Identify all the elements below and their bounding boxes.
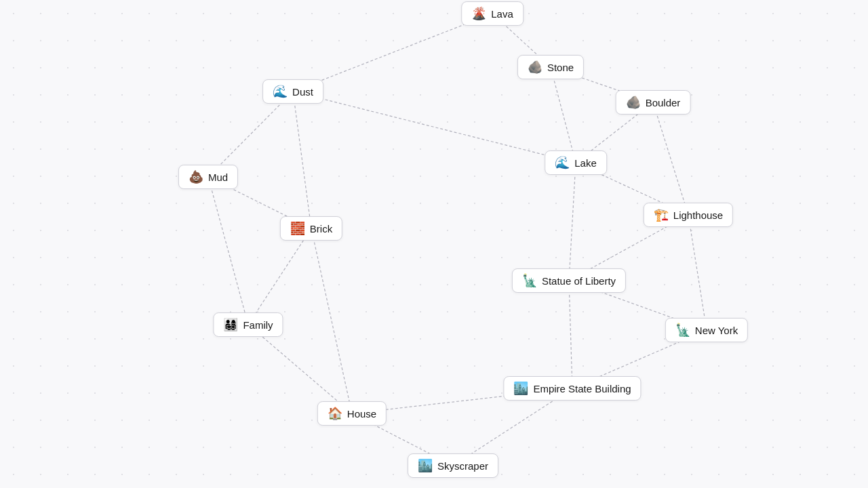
node-skyscraper[interactable]: 🏙️Skyscraper <box>408 453 498 478</box>
svg-line-14 <box>311 228 352 413</box>
node-lava[interactable]: 🌋Lava <box>461 1 524 26</box>
node-label-stone: Stone <box>547 62 574 73</box>
node-statue_liberty[interactable]: 🗽Statue of Liberty <box>512 268 626 293</box>
node-icon-lake: 🌊 <box>555 157 570 169</box>
node-icon-family: 👨‍👩‍👧‍👦 <box>223 319 238 331</box>
node-label-boulder: Boulder <box>646 97 681 108</box>
node-dust[interactable]: 🌊Dust <box>262 79 323 104</box>
node-label-lighthouse: Lighthouse <box>673 209 723 221</box>
node-mud[interactable]: 💩Mud <box>178 165 238 189</box>
svg-line-3 <box>551 67 576 163</box>
node-icon-empire_state: 🏙️ <box>513 382 528 394</box>
node-icon-lava: 🌋 <box>471 7 486 20</box>
svg-line-13 <box>248 228 311 325</box>
node-icon-new_york: 🗽 <box>675 324 690 336</box>
node-label-new_york: New York <box>695 325 738 336</box>
svg-line-18 <box>569 281 572 388</box>
svg-line-7 <box>293 92 311 228</box>
node-icon-mud: 💩 <box>189 171 203 183</box>
node-stone[interactable]: 🪨Stone <box>517 55 584 79</box>
edges-svg <box>0 0 868 488</box>
node-label-house: House <box>347 408 376 420</box>
node-icon-skyscraper: 🏙️ <box>418 460 433 472</box>
node-label-statue_liberty: Statue of Liberty <box>542 275 616 287</box>
svg-line-5 <box>653 102 688 215</box>
node-house[interactable]: 🏠House <box>317 401 387 426</box>
svg-line-16 <box>688 215 707 330</box>
svg-line-1 <box>293 14 492 92</box>
node-icon-brick: 🧱 <box>290 222 305 235</box>
node-icon-statue_liberty: 🗽 <box>522 274 537 287</box>
node-family[interactable]: 👨‍👩‍👧‍👦Family <box>213 312 283 337</box>
node-icon-house: 🏠 <box>328 407 342 420</box>
node-label-family: Family <box>243 319 273 331</box>
node-label-mud: Mud <box>208 171 228 183</box>
svg-line-10 <box>569 163 576 281</box>
node-boulder[interactable]: 🪨Boulder <box>616 90 691 115</box>
node-brick[interactable]: 🧱Brick <box>280 216 342 241</box>
node-label-empire_state: Empire State Building <box>533 383 631 394</box>
node-lighthouse[interactable]: 🏗️Lighthouse <box>644 203 733 227</box>
node-label-brick: Brick <box>310 223 332 235</box>
svg-line-23 <box>248 325 352 413</box>
node-icon-lighthouse: 🏗️ <box>654 209 669 221</box>
node-icon-boulder: 🪨 <box>626 96 641 108</box>
node-new_york[interactable]: 🗽New York <box>665 318 748 342</box>
graph-container: 🌋Lava🪨Stone🪨Boulder🌊Dust🌊Lake💩Mud🏗️Light… <box>0 0 868 488</box>
node-icon-dust: 🌊 <box>273 85 288 98</box>
node-lake[interactable]: 🌊Lake <box>545 150 607 175</box>
node-label-lava: Lava <box>491 8 513 20</box>
node-label-dust: Dust <box>292 86 313 98</box>
node-icon-stone: 🪨 <box>528 61 542 73</box>
node-label-skyscraper: Skyscraper <box>437 460 488 472</box>
svg-line-12 <box>208 177 248 325</box>
node-empire_state[interactable]: 🏙️Empire State Building <box>503 376 641 401</box>
svg-line-8 <box>293 92 576 163</box>
node-label-lake: Lake <box>574 157 597 169</box>
